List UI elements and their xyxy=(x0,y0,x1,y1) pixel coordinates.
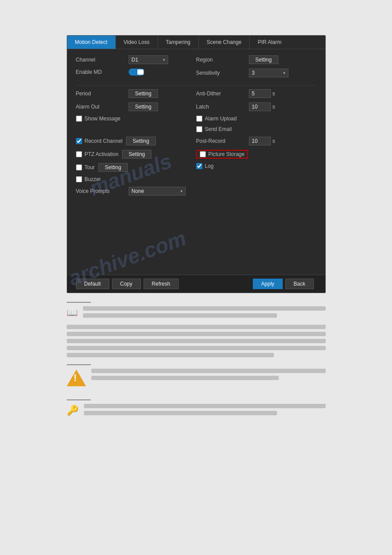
show-message-checkbox[interactable] xyxy=(76,116,82,122)
channel-dropdown-wrapper: D1 xyxy=(129,55,168,64)
voice-prompts-dropdown-wrapper: None xyxy=(129,187,186,196)
note-line xyxy=(84,404,326,408)
sensitivity-label: Sensitivity xyxy=(196,70,249,76)
default-button[interactable]: Default xyxy=(76,279,109,289)
dialog-box: Motion Detect Video Loss Tampering Scene… xyxy=(67,35,326,293)
note-line xyxy=(91,376,279,380)
note-lines-2 xyxy=(91,369,326,383)
anti-dither-label: Anti-Dither xyxy=(196,91,249,97)
back-button[interactable]: Back xyxy=(285,279,314,289)
tour-checkbox[interactable] xyxy=(76,164,82,170)
ptz-activation-setting-button[interactable]: Setting xyxy=(122,150,151,159)
note-divider-3 xyxy=(67,399,91,400)
tab-motion-detect[interactable]: Motion Detect xyxy=(67,36,116,49)
region-label: Region xyxy=(196,57,249,63)
empty-area xyxy=(76,200,316,270)
record-channel-checkbox[interactable] xyxy=(76,138,82,144)
tour-label: Tour xyxy=(85,164,95,170)
btn-group-right: Apply Back xyxy=(253,279,316,289)
note-book-icon: 📖 xyxy=(67,307,78,318)
note-section: 📖 🔑 xyxy=(67,302,326,418)
record-channel-setting-button[interactable]: Setting xyxy=(126,137,155,145)
log-label: Log xyxy=(205,163,214,169)
note-line xyxy=(67,353,274,357)
note-lines-1 xyxy=(83,306,326,320)
section-gap xyxy=(67,392,326,399)
tab-bar: Motion Detect Video Loss Tampering Scene… xyxy=(67,36,325,49)
channel-label: Channel xyxy=(76,57,129,63)
anti-dither-unit: s xyxy=(273,91,275,97)
button-bar: Default Copy Refresh Apply Back xyxy=(67,275,325,293)
ptz-activation-label: PTZ Activation xyxy=(85,151,119,157)
note-row-2 xyxy=(67,369,326,387)
post-record-label: Post-Record xyxy=(196,138,249,144)
note-line xyxy=(67,325,326,329)
note-divider-1 xyxy=(67,302,91,303)
sensitivity-dropdown-wrapper: 3 xyxy=(249,69,288,77)
tab-tampering[interactable]: Tampering xyxy=(158,36,199,49)
record-channel-label: Record Channel xyxy=(85,138,123,144)
warning-triangle xyxy=(67,370,86,386)
note-line xyxy=(83,306,326,311)
alarm-upload-checkbox[interactable] xyxy=(196,116,202,122)
warning-icon xyxy=(67,370,86,387)
tab-video-loss[interactable]: Video Loss xyxy=(116,36,158,49)
period-setting-button[interactable]: Setting xyxy=(129,89,158,98)
voice-prompts-select[interactable]: None xyxy=(129,187,186,196)
ptz-activation-checkbox[interactable] xyxy=(76,151,82,157)
note-line xyxy=(83,313,277,318)
note-divider-2 xyxy=(67,364,91,365)
log-checkbox[interactable] xyxy=(196,163,202,169)
alarm-out-setting-button[interactable]: Setting xyxy=(129,102,158,111)
enable-md-toggle[interactable] xyxy=(129,69,144,76)
note-line xyxy=(91,369,326,373)
content-area: Channel D1 Region Setting xyxy=(67,49,325,275)
tab-scene-change[interactable]: Scene Change xyxy=(199,36,250,49)
latch-unit: s xyxy=(273,104,275,110)
sensitivity-select[interactable]: 3 xyxy=(249,69,288,77)
picture-storage-highlight: Picture Storage xyxy=(196,150,248,159)
note-line xyxy=(67,332,326,336)
note-lines-3 xyxy=(84,404,326,418)
note-line xyxy=(67,346,326,350)
show-message-label: Show Message xyxy=(85,116,121,122)
latch-label: Latch xyxy=(196,104,249,110)
buzzer-label: Buzzer xyxy=(85,176,101,182)
note-line xyxy=(84,411,277,415)
picture-storage-label: Picture Storage xyxy=(209,151,245,157)
refresh-button[interactable]: Refresh xyxy=(144,279,179,289)
tour-setting-button[interactable]: Setting xyxy=(98,163,128,172)
buzzer-checkbox[interactable] xyxy=(76,176,82,182)
note-body-1 xyxy=(67,325,326,357)
apply-button[interactable]: Apply xyxy=(253,279,283,289)
copy-button[interactable]: Copy xyxy=(112,279,141,289)
period-label: Period xyxy=(76,91,129,97)
note-row-1: 📖 xyxy=(67,306,326,320)
note-line xyxy=(67,339,326,343)
toggle-thumb xyxy=(137,69,144,75)
alarm-upload-label: Alarm Upload xyxy=(205,116,237,122)
post-record-unit: s xyxy=(273,138,275,144)
key-icon: 🔑 xyxy=(67,405,79,416)
alarm-out-label: Alarm Out xyxy=(76,104,129,110)
latch-input[interactable] xyxy=(249,102,271,111)
divider-1 xyxy=(76,85,316,86)
send-email-label: Send Email xyxy=(205,126,232,132)
btn-group-left: Default Copy Refresh xyxy=(76,279,181,289)
region-setting-button[interactable]: Setting xyxy=(249,55,278,64)
enable-md-label: Enable MD xyxy=(76,69,129,75)
voice-prompts-label: Voice Prompts xyxy=(76,188,129,194)
channel-select[interactable]: D1 xyxy=(129,55,168,64)
anti-dither-input[interactable] xyxy=(249,89,271,98)
post-record-input[interactable] xyxy=(249,137,271,145)
tab-pir-alarm[interactable]: PIR Alarm xyxy=(250,36,289,49)
toggle-track xyxy=(129,69,144,76)
picture-storage-checkbox[interactable] xyxy=(200,151,206,157)
note-row-3: 🔑 xyxy=(67,404,326,418)
send-email-checkbox[interactable] xyxy=(196,126,202,132)
